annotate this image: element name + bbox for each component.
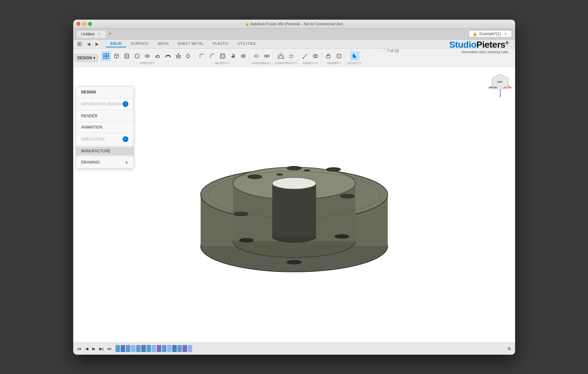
timeline-block-14[interactable]: [183, 345, 187, 352]
svg-point-66: [239, 238, 254, 242]
measure-button[interactable]: [300, 51, 310, 61]
timeline-block-12[interactable]: [172, 345, 177, 352]
box-tool-button[interactable]: [112, 51, 121, 61]
add-tab-button[interactable]: +: [106, 31, 113, 37]
timeline-next-button[interactable]: ▶|: [98, 346, 105, 352]
fullscreen-button[interactable]: [88, 22, 92, 26]
extrude-tool-button[interactable]: [174, 51, 183, 61]
timeline-play-button[interactable]: ▶: [91, 346, 97, 352]
select-tool-button[interactable]: [350, 51, 360, 61]
brand-registered: ®: [505, 40, 509, 45]
pipe-tool-button[interactable]: [163, 51, 173, 61]
timeline-prev-button[interactable]: ◀: [84, 346, 90, 352]
nav-back-button[interactable]: ◀: [86, 41, 92, 47]
timeline-block-7[interactable]: [146, 345, 151, 352]
brand-studio: Studio: [449, 40, 476, 50]
generative-badge: +: [123, 101, 128, 107]
svg-line-7: [116, 55, 118, 56]
timeline-block-3[interactable]: [126, 345, 130, 352]
view-cube[interactable]: TOP RIGHT FRONT Z X Y: [487, 72, 510, 95]
timeline-block-2[interactable]: [121, 345, 125, 352]
svg-rect-32: [267, 55, 269, 57]
insert-section: INSERT ▾: [323, 51, 345, 65]
timeline-block-6[interactable]: [141, 345, 146, 352]
menu-item-design[interactable]: DESIGN: [76, 88, 134, 97]
timeline-block-9[interactable]: [157, 345, 161, 352]
timeline-block-8[interactable]: [152, 345, 156, 352]
timeline-block-5[interactable]: [136, 345, 141, 352]
design-dropdown-menu: DESIGN GENERATIVE DESIGN + RENDER ANIMAT…: [76, 86, 134, 168]
inspect-section-label[interactable]: INSPECT ▾: [303, 62, 318, 65]
align-tool-button[interactable]: [238, 51, 248, 61]
menu-item-drawing[interactable]: DRAWING ▶: [76, 158, 134, 167]
svg-marker-20: [177, 53, 179, 54]
timeline-block-13[interactable]: [177, 345, 182, 352]
page-icon: 📄: [381, 49, 386, 53]
nav-forward-button[interactable]: ▶: [94, 41, 100, 47]
move-tool-button[interactable]: [228, 51, 238, 61]
timeline-block-11[interactable]: [167, 345, 172, 352]
viewport[interactable]: DESIGN GENERATIVE DESIGN + RENDER ANIMAT…: [73, 67, 515, 342]
3d-model-viewport: [184, 120, 404, 289]
create-section: +: [100, 51, 195, 65]
coil-tool-button[interactable]: [153, 51, 163, 61]
fillet-tool-button[interactable]: [197, 51, 207, 61]
svg-line-39: [303, 54, 307, 58]
tab-right-area: 🔒 Example*(1) ✕: [469, 30, 512, 37]
insert-svg-button[interactable]: [334, 51, 344, 61]
revolve-tool-button[interactable]: [184, 51, 194, 61]
torus-tool-button[interactable]: [143, 51, 152, 61]
timeline-start-button[interactable]: ⏮: [76, 346, 83, 352]
timeline-block-10[interactable]: [162, 345, 166, 352]
menu-item-generative-design[interactable]: GENERATIVE DESIGN +: [76, 99, 134, 109]
timeline-end-button[interactable]: ⏭: [106, 346, 113, 352]
chamfer-tool-button[interactable]: [207, 51, 217, 61]
timeline-settings-button[interactable]: ⚙: [506, 346, 513, 352]
menu-item-animation[interactable]: ANIMATION: [76, 123, 134, 132]
tab-mesh[interactable]: MESH: [153, 40, 173, 47]
as-built-joint-button[interactable]: [262, 51, 272, 61]
select-section-label[interactable]: SELECT ▾: [347, 62, 362, 65]
timeline-block-4[interactable]: [131, 345, 135, 352]
menu-item-simulation[interactable]: SIMULATION +: [76, 134, 134, 144]
untitled-tab[interactable]: Untitled ✕: [76, 30, 107, 38]
example-tab[interactable]: 🔒 Example*(1) ✕: [469, 30, 512, 37]
assemble-section-label[interactable]: ASSEMBLE ▾: [252, 62, 271, 65]
sphere-tool-button[interactable]: [132, 51, 142, 61]
interference-button[interactable]: [311, 51, 320, 61]
minimize-button[interactable]: [82, 22, 86, 26]
offset-plane-button[interactable]: [276, 51, 286, 61]
timeline-block-15[interactable]: [188, 345, 192, 352]
svg-marker-45: [327, 54, 330, 55]
create-section-label[interactable]: CREATE ▾: [140, 62, 154, 65]
tab-utilities[interactable]: UTILITIES: [233, 40, 260, 47]
shell-tool-button[interactable]: [218, 51, 227, 61]
insert-section-label[interactable]: INSERT ▾: [327, 62, 341, 65]
svg-marker-49: [353, 53, 356, 59]
design-dropdown-button[interactable]: DESIGN ▾: [75, 54, 98, 62]
midplane-button[interactable]: [286, 51, 296, 61]
tab-surface[interactable]: SURFACE: [126, 40, 153, 47]
joint-tool-button[interactable]: [252, 51, 261, 61]
tab-sheet-metal[interactable]: SHEET METAL: [173, 40, 208, 47]
simulation-badge: +: [123, 136, 128, 142]
modify-section-label[interactable]: MODIFY ▾: [215, 62, 230, 65]
tab-close-icon[interactable]: ✕: [96, 32, 102, 36]
example-tab-close[interactable]: ✕: [503, 32, 508, 36]
menu-item-render[interactable]: RENDER: [76, 111, 134, 120]
timeline-block-1[interactable]: [115, 345, 120, 352]
cylinder-tool-button[interactable]: [122, 51, 132, 61]
tab-plastic[interactable]: PLASTIC: [208, 40, 233, 47]
svg-point-65: [335, 235, 349, 238]
new-component-button[interactable]: +: [101, 51, 111, 61]
construct-section-label[interactable]: CONSTRUCT ▾: [275, 62, 297, 65]
menu-item-manufacture[interactable]: MANUFACTURE: [76, 147, 134, 156]
insert-mesh-button[interactable]: [324, 51, 334, 61]
window-title-area: 🔒 Autodesk Fusion 360 (Personal – Not fo…: [245, 22, 343, 26]
app-grid-icon[interactable]: ⊞: [76, 40, 83, 48]
inspect-section: INSPECT ▾: [299, 51, 322, 65]
tab-solid[interactable]: SOLID: [106, 40, 126, 47]
page-number: 7 of 10: [387, 49, 399, 53]
svg-rect-2: [104, 56, 106, 59]
close-button[interactable]: [76, 22, 80, 26]
